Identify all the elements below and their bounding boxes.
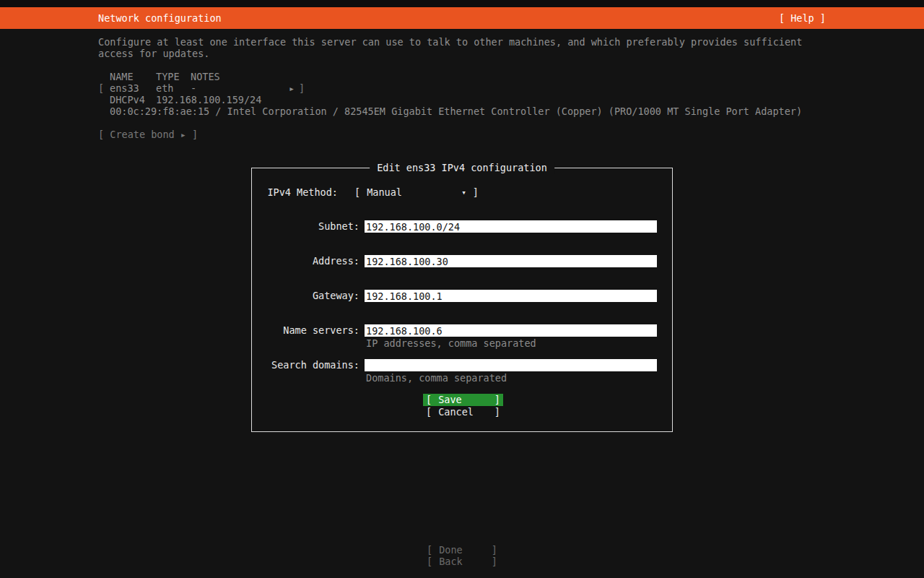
done-button-label: Done: [439, 544, 463, 556]
bracket-close: ]: [473, 186, 479, 199]
cancel-button[interactable]: [ Cancel ]: [423, 406, 503, 418]
ipv4-method-value: Manual: [367, 186, 402, 199]
installer-screen: Network configuration [ Help ] Configure…: [0, 0, 924, 578]
interface-name: ens33: [110, 82, 139, 94]
edit-ipv4-dialog: Edit ens33 IPv4 configuration IPv4 Metho…: [251, 168, 673, 432]
search-domains-row: Search domains:: [252, 359, 672, 371]
address-input[interactable]: [365, 255, 657, 267]
bracket-close: ]: [492, 556, 497, 567]
search-domains-label: Search domains:: [266, 359, 359, 371]
intro-line-2: access for updates.: [98, 48, 209, 59]
top-bar: Network configuration [ Help ]: [0, 7, 924, 29]
bracket-close: ]: [492, 544, 497, 556]
subnet-input[interactable]: [365, 220, 657, 233]
bracket-open: [: [427, 556, 432, 567]
bracket-open: [: [426, 394, 432, 406]
column-header-name: NAME: [110, 71, 134, 82]
search-domains-help: Domains, comma separated: [366, 372, 507, 384]
gateway-input[interactable]: [365, 290, 657, 302]
name-servers-input[interactable]: [365, 324, 657, 337]
name-servers-label: Name servers:: [266, 324, 359, 337]
ipv4-method-row: IPv4 Method: [ Manual ▾ ]: [252, 186, 672, 199]
address-label: Address:: [266, 255, 359, 267]
ipv4-method-label: IPv4 Method:: [266, 186, 338, 199]
done-button[interactable]: [ Done ]: [424, 544, 500, 556]
interface-type: eth: [156, 82, 173, 94]
top-strip: [0, 0, 924, 7]
bracket-open: [: [426, 406, 432, 418]
save-button-label: Save: [438, 394, 462, 406]
subnet-row: Subnet:: [252, 220, 672, 233]
chevron-down-icon: ▾: [461, 186, 466, 199]
name-servers-help: IP addresses, comma separated: [366, 337, 536, 349]
save-button[interactable]: [ Save ]: [423, 394, 503, 406]
gateway-label: Gateway:: [266, 290, 359, 302]
interface-row-ens33[interactable]: [ ens33 eth - ▸ ]: [0, 82, 924, 94]
subnet-label: Subnet:: [266, 220, 359, 233]
bracket-close: ]: [494, 394, 500, 406]
bracket-close: ]: [299, 82, 305, 94]
create-bond-button[interactable]: [ Create bond ▸ ]: [98, 129, 198, 140]
dialog-title: Edit ens33 IPv4 configuration: [370, 162, 554, 174]
bracket-open: [: [98, 82, 104, 94]
search-domains-input[interactable]: [365, 359, 657, 371]
help-button[interactable]: [ Help ]: [779, 7, 826, 29]
intro-line-1: Configure at least one interface this se…: [98, 36, 802, 48]
cancel-button-label: Cancel: [438, 406, 474, 418]
name-servers-row: Name servers:: [252, 324, 672, 337]
gateway-row: Gateway:: [252, 290, 672, 302]
bracket-close: ]: [494, 406, 500, 418]
column-header-notes: NOTES: [191, 71, 220, 82]
back-button[interactable]: [ Back ]: [424, 556, 500, 567]
bracket-open: [: [354, 186, 360, 199]
dhcp-label: DHCPv4: [110, 94, 145, 105]
back-button-label: Back: [439, 556, 463, 567]
interface-hw-info: 00:0c:29:f8:ae:15 / Intel Corporation / …: [110, 105, 802, 117]
dhcp-value: 192.168.100.159/24: [156, 94, 261, 105]
ipv4-method-select[interactable]: [ Manual ▾ ]: [354, 186, 479, 199]
bracket-open: [: [427, 544, 432, 556]
interface-notes: -: [191, 82, 196, 94]
chevron-right-icon: ▸: [289, 82, 295, 94]
column-header-type: TYPE: [156, 71, 180, 82]
page-title: Network configuration: [98, 7, 222, 29]
address-row: Address:: [252, 255, 672, 267]
